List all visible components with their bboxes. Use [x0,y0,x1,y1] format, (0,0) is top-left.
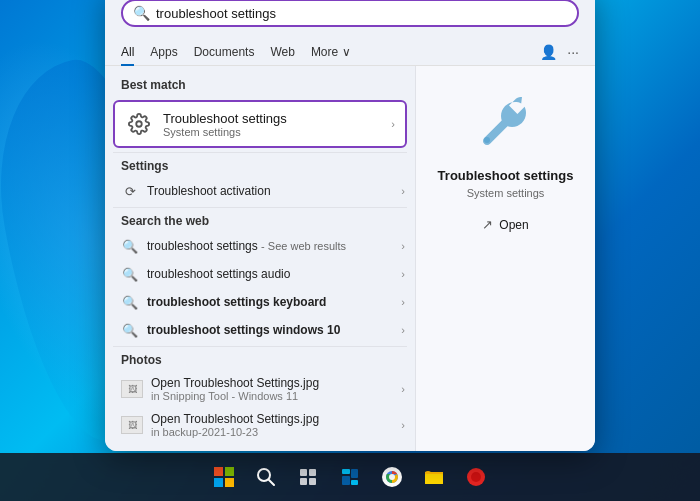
svg-rect-14 [351,469,358,478]
profile-icon[interactable]: 👤 [540,44,557,60]
best-match-subtitle: System settings [163,126,287,138]
taskbar [0,453,700,501]
svg-rect-11 [309,478,316,485]
tab-web[interactable]: Web [270,43,294,61]
svg-point-6 [258,469,270,481]
result-photo-1[interactable]: 🖼 Open Troubleshoot Settings.jpg in Snip… [105,371,415,407]
taskbar-explorer-button[interactable] [416,459,452,495]
svg-rect-15 [351,480,358,485]
result-web-3[interactable]: 🔍 troubleshoot settings keyboard › [105,288,415,316]
web-4-text: troubleshoot settings windows 10 [147,323,393,337]
settings-section-label: Settings [105,155,415,177]
svg-rect-19 [425,474,443,484]
search-tabs: All Apps Documents Web More ∨ 👤 ··· [105,37,595,66]
svg-point-1 [484,137,490,143]
web-section-label: Search the web [105,210,415,232]
more-options-icon[interactable]: ··· [567,44,579,60]
svg-point-18 [389,474,395,480]
svg-rect-2 [214,467,223,476]
tab-all[interactable]: All [121,43,134,61]
right-panel-title: Troubleshoot settings [438,168,574,183]
svg-rect-5 [225,478,234,487]
activation-text: Troubleshoot activation [147,184,393,198]
svg-rect-10 [300,478,307,485]
troubleshoot-icon-small [125,110,153,138]
search-query-text: troubleshoot settings [156,6,567,21]
photos-section-label: Photos [105,349,415,371]
result-web-4[interactable]: 🔍 troubleshoot settings windows 10 › [105,316,415,344]
svg-line-7 [269,480,274,485]
best-match-chevron: › [391,118,395,130]
desktop-background: 🔍 troubleshoot settings All Apps Documen… [0,0,700,501]
open-icon: ↗ [482,217,493,232]
web-1-arrow: › [401,240,405,252]
divider-1 [113,152,407,153]
photo-1-arrow: › [401,383,405,395]
activation-arrow: › [401,185,405,197]
svg-rect-3 [225,467,234,476]
right-panel-subtitle: System settings [467,187,545,199]
svg-rect-12 [342,469,350,474]
divider-3 [113,346,407,347]
results-right: Troubleshoot settings System settings ↗ … [415,66,595,451]
photo-icon-1: 🖼 [121,380,143,398]
photo-1-subtitle: in Snipping Tool - Windows 11 [151,390,393,402]
svg-point-21 [471,472,481,482]
activation-icon: ⟳ [121,182,139,200]
search-web-icon-1: 🔍 [121,237,139,255]
best-match-item[interactable]: Troubleshoot settings System settings › [113,100,407,148]
tab-more[interactable]: More ∨ [311,45,351,59]
start-menu: 🔍 troubleshoot settings All Apps Documen… [105,0,595,451]
photo-1-title: Open Troubleshoot Settings.jpg [151,376,393,390]
photo-2-title: Open Troubleshoot Settings.jpg [151,412,393,426]
svg-rect-13 [342,476,350,485]
web-4-arrow: › [401,324,405,336]
web-2-text: troubleshoot settings audio [147,267,393,281]
taskbar-search-button[interactable] [248,459,284,495]
photo-2-arrow: › [401,419,405,431]
search-tabs-right: 👤 ··· [540,44,579,60]
web-2-arrow: › [401,268,405,280]
taskbar-taskview-button[interactable] [290,459,326,495]
search-web-icon-3: 🔍 [121,293,139,311]
svg-point-0 [136,121,142,127]
taskbar-widgets-button[interactable] [332,459,368,495]
open-button[interactable]: ↗ Open [476,215,534,234]
troubleshoot-icon-large [471,86,541,156]
results-left: Best match Troubleshoot settings System … [105,66,415,451]
result-web-1[interactable]: 🔍 troubleshoot settings - See web result… [105,232,415,260]
search-icon: 🔍 [133,5,150,21]
tab-apps[interactable]: Apps [150,43,177,61]
taskbar-center [206,459,494,495]
open-label: Open [499,218,528,232]
search-bar-wrapper: 🔍 troubleshoot settings [105,0,595,37]
result-photo-2[interactable]: 🖼 Open Troubleshoot Settings.jpg in back… [105,407,415,443]
tab-documents[interactable]: Documents [194,43,255,61]
search-web-icon-2: 🔍 [121,265,139,283]
search-web-icon-4: 🔍 [121,321,139,339]
photo-icon-2: 🖼 [121,416,143,434]
svg-rect-4 [214,478,223,487]
result-web-2[interactable]: 🔍 troubleshoot settings audio › [105,260,415,288]
photo-2-subtitle: in backup-2021-10-23 [151,426,393,438]
taskbar-app-button[interactable] [458,459,494,495]
svg-rect-8 [300,469,307,476]
start-button[interactable] [206,459,242,495]
divider-2 [113,207,407,208]
svg-rect-9 [309,469,316,476]
search-bar[interactable]: 🔍 troubleshoot settings [121,0,579,27]
result-troubleshoot-activation[interactable]: ⟳ Troubleshoot activation › [105,177,415,205]
web-3-text: troubleshoot settings keyboard [147,295,393,309]
best-match-text: Troubleshoot settings System settings [163,111,287,138]
web-1-text: troubleshoot settings - See web results [147,239,393,253]
taskbar-chrome-button[interactable] [374,459,410,495]
search-results-area: Best match Troubleshoot settings System … [105,66,595,451]
best-match-title: Troubleshoot settings [163,111,287,126]
web-3-arrow: › [401,296,405,308]
best-match-label: Best match [105,74,415,96]
